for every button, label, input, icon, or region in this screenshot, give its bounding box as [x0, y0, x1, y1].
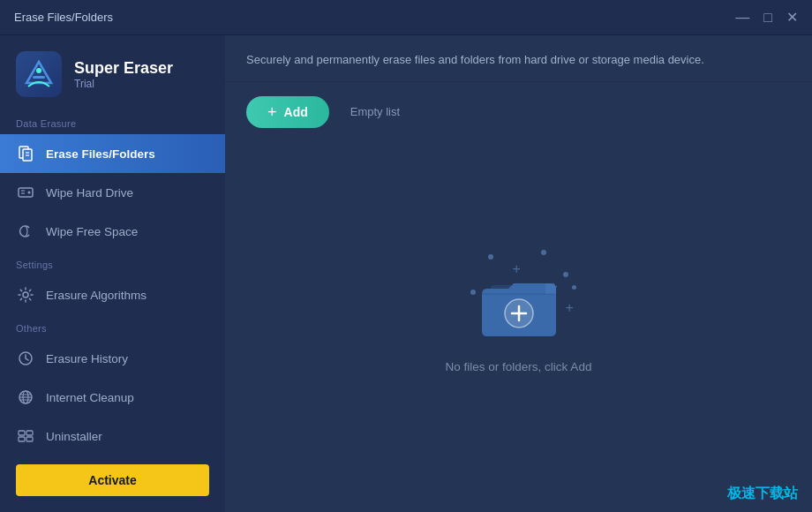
- sidebar-item-erase-files[interactable]: Erase Files/Folders: [0, 134, 225, 173]
- content-header: Securely and permanently erase files and…: [225, 35, 812, 82]
- erasure-history-label: Erasure History: [46, 352, 128, 365]
- deco-dot-3: [563, 272, 568, 277]
- empty-state-text: No files or folders, click Add: [446, 360, 592, 373]
- deco-plus-3: +: [566, 300, 574, 316]
- sidebar-item-wipe-hard-drive[interactable]: Wipe Hard Drive: [0, 173, 225, 212]
- wipe-hard-drive-label: Wipe Hard Drive: [46, 186, 133, 200]
- svg-point-11: [23, 292, 28, 297]
- wipe-free-space-icon: [16, 222, 35, 241]
- sidebar-item-internet-cleanup[interactable]: Internet Cleanup: [0, 378, 225, 417]
- main-layout: Super Eraser Trial Data Erasure Erase Fi…: [0, 35, 812, 512]
- app-logo-bg: [16, 51, 62, 97]
- sidebar-item-erasure-algorithms[interactable]: Erasure Algorithms: [0, 275, 225, 314]
- uninstaller-label: Uninstaller: [46, 430, 102, 443]
- close-button[interactable]: ✕: [786, 11, 798, 25]
- deco-dot-1: [488, 254, 493, 260]
- svg-point-8: [28, 192, 31, 194]
- wipe-free-space-label: Wipe Free Space: [46, 225, 138, 238]
- sidebar-item-wipe-free-space[interactable]: Wipe Free Space: [0, 212, 225, 251]
- uninstaller-icon: [16, 426, 35, 446]
- erasure-history-icon: [16, 349, 35, 368]
- wipe-hard-drive-icon: [16, 183, 35, 202]
- content-area: Securely and permanently erase files and…: [225, 35, 812, 512]
- title-bar: Erase Files/Folders — □ ✕: [0, 0, 812, 35]
- svg-rect-21: [26, 437, 33, 441]
- deco-dot-5: [572, 285, 576, 290]
- svg-rect-20: [19, 437, 25, 441]
- title-bar-controls: — □ ✕: [735, 11, 798, 25]
- add-button[interactable]: + Add: [246, 96, 329, 128]
- maximize-button[interactable]: □: [763, 11, 772, 25]
- sidebar-item-erasure-history[interactable]: Erasure History: [0, 339, 225, 378]
- internet-cleanup-icon: [16, 388, 35, 407]
- content-description: Securely and permanently erase files and…: [246, 51, 791, 69]
- empty-list-button[interactable]: Empty list: [343, 102, 407, 122]
- activate-button[interactable]: Activate: [16, 464, 209, 496]
- add-plus-icon: +: [267, 104, 277, 120]
- add-label: Add: [284, 105, 308, 119]
- erase-files-label: Erase Files/Folders: [46, 147, 155, 161]
- erase-files-icon: [16, 144, 35, 163]
- app-title-block: Super Eraser Trial: [74, 59, 173, 90]
- svg-rect-7: [19, 188, 33, 197]
- content-toolbar: + Add Empty list: [225, 82, 812, 142]
- app-header: Super Eraser Trial: [0, 35, 225, 109]
- sidebar: Super Eraser Trial Data Erasure Erase Fi…: [0, 35, 225, 512]
- deco-dot-2: [541, 250, 546, 255]
- app-logo: [16, 51, 62, 97]
- svg-rect-19: [26, 431, 33, 435]
- section-label-data-erasure: Data Erasure: [0, 109, 225, 134]
- svg-rect-2: [33, 76, 45, 79]
- app-trial: Trial: [74, 78, 173, 90]
- svg-rect-18: [19, 431, 25, 435]
- erasure-algorithms-icon: [16, 285, 35, 305]
- empty-state: + + + No fil: [225, 142, 812, 513]
- section-label-settings: Settings: [0, 251, 225, 275]
- section-label-others: Others: [0, 314, 225, 339]
- app-name: Super Eraser: [74, 59, 173, 78]
- erasure-algorithms-label: Erasure Algorithms: [46, 289, 147, 302]
- svg-point-1: [36, 68, 41, 73]
- sidebar-item-uninstaller[interactable]: Uninstaller: [0, 417, 225, 456]
- empty-folder-svg: [475, 267, 563, 343]
- internet-cleanup-label: Internet Cleanup: [46, 391, 134, 404]
- minimize-button[interactable]: —: [735, 11, 749, 25]
- logo-icon: [23, 58, 55, 90]
- title-bar-title: Erase Files/Folders: [14, 11, 113, 24]
- folder-illustration: + + +: [462, 245, 576, 343]
